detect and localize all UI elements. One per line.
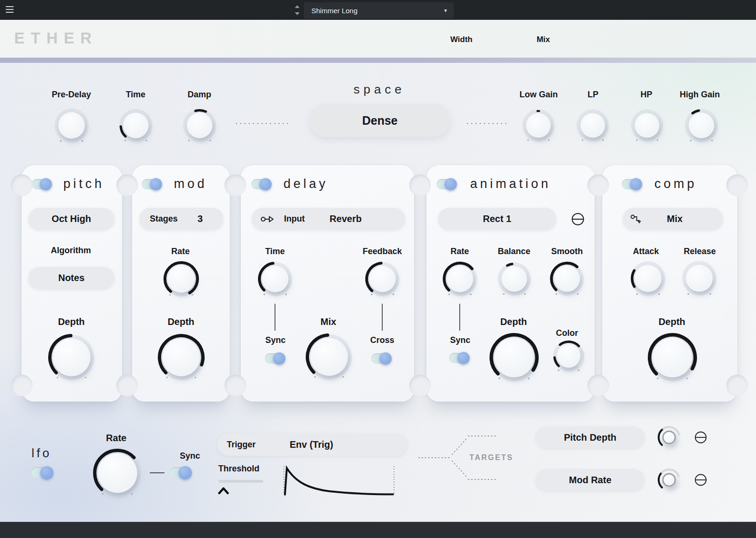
delay-input-selector[interactable]: Input Reverb bbox=[252, 208, 405, 230]
threshold-marker[interactable] bbox=[218, 487, 230, 495]
mod-enable-toggle[interactable] bbox=[142, 179, 162, 189]
delay-input-value: Reverb bbox=[305, 213, 405, 224]
comp-title: comp bbox=[654, 177, 697, 191]
comp-release-label: Release bbox=[662, 247, 738, 256]
space-value: Dense bbox=[362, 114, 397, 128]
target-1-selector[interactable]: Pitch Depth bbox=[536, 427, 644, 448]
comp-panel: comp Mix Attack Release Depth bbox=[602, 165, 737, 401]
animation-depth-label: Depth bbox=[476, 316, 551, 327]
delay-feedback-label: Feedback bbox=[344, 247, 420, 256]
envelope-graph bbox=[282, 465, 398, 496]
mod-depth-label: Depth bbox=[143, 316, 219, 327]
connector-dots bbox=[465, 123, 507, 124]
top-bar: Shimmer Long ▼ bbox=[0, 0, 756, 20]
preset-next-icon[interactable] bbox=[295, 12, 300, 15]
accent-strip bbox=[0, 58, 756, 63]
mix-label: Mix bbox=[531, 35, 550, 44]
preset-selector[interactable]: Shimmer Long ▼ bbox=[304, 2, 454, 18]
animation-title: animation bbox=[470, 177, 551, 191]
signal-routing-icon bbox=[630, 214, 643, 224]
delay-input-label: Input bbox=[284, 214, 305, 224]
delay-sync-toggle[interactable] bbox=[265, 353, 285, 364]
mod-stages-label: Stages bbox=[150, 214, 178, 224]
animation-smooth-label: Smooth bbox=[529, 247, 605, 256]
lfo-rate-label: Rate bbox=[78, 433, 154, 444]
mod-title: mod bbox=[174, 177, 207, 191]
target-2-value: Mod Rate bbox=[569, 475, 611, 486]
connector-dots bbox=[234, 123, 291, 124]
ether-plugin-window: Shimmer Long ▼ ETHER Width Mix Pre-Delay… bbox=[0, 0, 756, 538]
mod-stages-value: 3 bbox=[198, 213, 203, 224]
delay-panel: delay Input Reverb Time Feedback Sync Mi… bbox=[241, 165, 414, 401]
high-gain-label: High Gain bbox=[662, 90, 738, 100]
lfo-trigger-label: Trigger bbox=[227, 440, 256, 450]
preset-name: Shimmer Long bbox=[311, 7, 358, 15]
footer-bar bbox=[0, 521, 756, 538]
animation-shape-value: Rect 1 bbox=[483, 213, 511, 224]
animation-shape-selector[interactable]: Rect 1 bbox=[438, 208, 556, 230]
target-2-selector[interactable]: Mod Rate bbox=[536, 469, 644, 491]
pitch-title: pitch bbox=[63, 177, 104, 191]
target-1-value: Pitch Depth bbox=[564, 432, 616, 443]
mod-rate-label: Rate bbox=[143, 247, 218, 256]
target-2-remove-icon[interactable] bbox=[694, 473, 707, 487]
animation-panel: animation Rect 1 Rate Balance Smooth Syn… bbox=[427, 165, 594, 401]
algorithm-label: Algorithm bbox=[33, 246, 109, 256]
delay-cross-label: Cross bbox=[344, 335, 420, 345]
animation-enable-toggle[interactable] bbox=[437, 179, 456, 189]
lfo-title: lfo bbox=[13, 446, 70, 461]
lfo-trigger-selector[interactable]: Trigger Env (Trig) bbox=[217, 434, 407, 456]
signal-input-icon bbox=[260, 214, 275, 224]
damp-label: Damp bbox=[162, 90, 237, 100]
targets-label: TARGETS bbox=[465, 453, 517, 462]
comp-depth-label: Depth bbox=[634, 316, 710, 327]
lfo-enable-toggle[interactable] bbox=[31, 467, 53, 478]
comp-enable-toggle[interactable] bbox=[622, 179, 642, 189]
delay-cross-toggle[interactable] bbox=[371, 353, 391, 364]
delay-title: delay bbox=[284, 177, 328, 191]
pitch-algorithm-value: Notes bbox=[58, 273, 85, 283]
header: ETHER Width Mix bbox=[0, 20, 756, 58]
connector-line bbox=[275, 304, 275, 331]
lfo-sync-toggle[interactable] bbox=[170, 467, 191, 478]
lfo-trigger-value: Env (Trig) bbox=[256, 439, 407, 450]
space-selector[interactable]: Dense bbox=[309, 104, 450, 137]
animation-sync-toggle[interactable] bbox=[449, 353, 469, 363]
comp-mode-value: Mix bbox=[643, 213, 723, 224]
pitch-panel: pitch Oct High Algorithm Notes Depth bbox=[22, 165, 122, 401]
width-label: Width bbox=[444, 35, 472, 44]
bypass-circle-icon[interactable] bbox=[571, 213, 584, 226]
pitch-algorithm-selector[interactable]: Notes bbox=[28, 267, 114, 289]
delay-mix-label: Mix bbox=[291, 316, 366, 327]
connector-line bbox=[382, 304, 383, 331]
space-title: space bbox=[332, 82, 427, 97]
mod-panel: mod Stages 3 Rate Depth bbox=[132, 165, 230, 401]
delay-enable-toggle[interactable] bbox=[251, 179, 271, 189]
lfo-sync-label: Sync bbox=[152, 451, 228, 461]
pitch-enable-toggle[interactable] bbox=[32, 179, 52, 189]
pitch-interval-value: Oct High bbox=[52, 213, 91, 224]
pitch-depth-label: Depth bbox=[34, 316, 109, 327]
delay-time-label: Time bbox=[237, 247, 313, 256]
mod-stages-selector[interactable]: Stages 3 bbox=[139, 208, 223, 230]
pitch-interval-selector[interactable]: Oct High bbox=[28, 208, 114, 230]
threshold-track bbox=[218, 480, 263, 483]
threshold-label: Threshold bbox=[218, 464, 259, 474]
target-1-remove-icon[interactable] bbox=[694, 431, 707, 444]
preset-stepper[interactable] bbox=[295, 5, 300, 15]
connector-line bbox=[459, 304, 460, 331]
dropdown-caret-icon: ▼ bbox=[443, 8, 448, 13]
menu-icon[interactable] bbox=[6, 6, 14, 15]
preset-prev-icon[interactable] bbox=[295, 5, 300, 8]
logo: ETHER bbox=[14, 29, 98, 47]
comp-mode-selector[interactable]: Mix bbox=[623, 208, 723, 230]
connector-line bbox=[150, 472, 164, 473]
